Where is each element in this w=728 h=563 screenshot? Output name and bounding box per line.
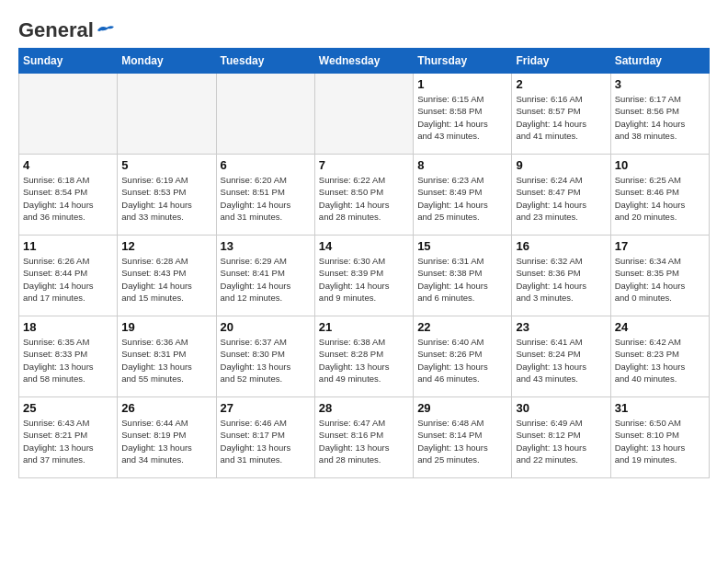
day-info: Sunrise: 6:47 AM Sunset: 8:16 PM Dayligh… bbox=[319, 417, 409, 465]
calendar-day: 22Sunrise: 6:40 AM Sunset: 8:26 PM Dayli… bbox=[414, 316, 512, 397]
calendar-day: 20Sunrise: 6:37 AM Sunset: 8:30 PM Dayli… bbox=[216, 316, 314, 397]
calendar-week-1: 1Sunrise: 6:15 AM Sunset: 8:58 PM Daylig… bbox=[19, 74, 710, 155]
day-info: Sunrise: 6:25 AM Sunset: 8:46 PM Dayligh… bbox=[615, 174, 705, 223]
day-number: 14 bbox=[319, 239, 409, 253]
day-number: 5 bbox=[121, 158, 211, 172]
day-number: 24 bbox=[615, 320, 705, 334]
day-info: Sunrise: 6:24 AM Sunset: 8:47 PM Dayligh… bbox=[516, 174, 606, 223]
day-number: 22 bbox=[417, 320, 507, 334]
calendar-day: 14Sunrise: 6:30 AM Sunset: 8:39 PM Dayli… bbox=[314, 236, 413, 316]
calendar-table: SundayMondayTuesdayWednesdayThursdayFrid… bbox=[18, 48, 710, 478]
day-number: 27 bbox=[221, 401, 311, 415]
calendar-day: 17Sunrise: 6:34 AM Sunset: 8:35 PM Dayli… bbox=[610, 236, 709, 316]
calendar-day: 3Sunrise: 6:17 AM Sunset: 8:56 PM Daylig… bbox=[610, 74, 709, 155]
calendar-day bbox=[216, 74, 314, 155]
day-info: Sunrise: 6:16 AM Sunset: 8:57 PM Dayligh… bbox=[516, 93, 606, 142]
calendar-day: 25Sunrise: 6:43 AM Sunset: 8:21 PM Dayli… bbox=[19, 397, 118, 478]
calendar-day: 1Sunrise: 6:15 AM Sunset: 8:58 PM Daylig… bbox=[414, 74, 512, 155]
day-number: 16 bbox=[516, 239, 606, 253]
day-info: Sunrise: 6:48 AM Sunset: 8:14 PM Dayligh… bbox=[417, 417, 507, 465]
header-row: SundayMondayTuesdayWednesdayThursdayFrid… bbox=[19, 49, 710, 74]
day-header-thursday: Thursday bbox=[414, 49, 512, 74]
day-number: 4 bbox=[23, 158, 113, 172]
day-number: 13 bbox=[221, 239, 311, 253]
calendar-day: 11Sunrise: 6:26 AM Sunset: 8:44 PM Dayli… bbox=[19, 236, 118, 316]
day-number: 25 bbox=[23, 401, 113, 415]
day-number: 6 bbox=[221, 158, 311, 172]
day-number: 17 bbox=[615, 239, 705, 253]
day-info: Sunrise: 6:42 AM Sunset: 8:23 PM Dayligh… bbox=[615, 336, 705, 385]
calendar-day: 18Sunrise: 6:35 AM Sunset: 8:33 PM Dayli… bbox=[19, 316, 118, 397]
day-info: Sunrise: 6:49 AM Sunset: 8:12 PM Dayligh… bbox=[516, 417, 606, 465]
logo-bird-icon bbox=[96, 23, 116, 38]
day-number: 31 bbox=[615, 401, 705, 415]
day-info: Sunrise: 6:37 AM Sunset: 8:30 PM Dayligh… bbox=[221, 336, 311, 385]
day-info: Sunrise: 6:40 AM Sunset: 8:26 PM Dayligh… bbox=[417, 336, 507, 385]
day-info: Sunrise: 6:18 AM Sunset: 8:54 PM Dayligh… bbox=[23, 174, 113, 223]
day-number: 1 bbox=[417, 77, 507, 91]
calendar-day: 9Sunrise: 6:24 AM Sunset: 8:47 PM Daylig… bbox=[512, 155, 610, 236]
calendar-week-2: 4Sunrise: 6:18 AM Sunset: 8:54 PM Daylig… bbox=[19, 155, 710, 236]
day-info: Sunrise: 6:17 AM Sunset: 8:56 PM Dayligh… bbox=[615, 93, 705, 142]
calendar-day: 16Sunrise: 6:32 AM Sunset: 8:36 PM Dayli… bbox=[512, 236, 610, 316]
header: General bbox=[18, 18, 710, 39]
day-info: Sunrise: 6:20 AM Sunset: 8:51 PM Dayligh… bbox=[221, 174, 311, 223]
day-info: Sunrise: 6:35 AM Sunset: 8:33 PM Dayligh… bbox=[23, 336, 113, 385]
calendar-week-4: 18Sunrise: 6:35 AM Sunset: 8:33 PM Dayli… bbox=[19, 316, 710, 397]
day-info: Sunrise: 6:23 AM Sunset: 8:49 PM Dayligh… bbox=[417, 174, 507, 223]
day-info: Sunrise: 6:29 AM Sunset: 8:41 PM Dayligh… bbox=[221, 255, 311, 304]
logo-general: General bbox=[18, 18, 94, 42]
day-header-saturday: Saturday bbox=[610, 49, 709, 74]
day-info: Sunrise: 6:38 AM Sunset: 8:28 PM Dayligh… bbox=[319, 336, 409, 385]
day-number: 9 bbox=[516, 158, 606, 172]
calendar-day: 28Sunrise: 6:47 AM Sunset: 8:16 PM Dayli… bbox=[314, 397, 413, 478]
calendar-day: 2Sunrise: 6:16 AM Sunset: 8:57 PM Daylig… bbox=[512, 74, 610, 155]
calendar-day: 6Sunrise: 6:20 AM Sunset: 8:51 PM Daylig… bbox=[216, 155, 314, 236]
day-number: 18 bbox=[23, 320, 113, 334]
day-info: Sunrise: 6:22 AM Sunset: 8:50 PM Dayligh… bbox=[319, 174, 409, 223]
day-info: Sunrise: 6:43 AM Sunset: 8:21 PM Dayligh… bbox=[23, 417, 113, 465]
calendar-day: 24Sunrise: 6:42 AM Sunset: 8:23 PM Dayli… bbox=[610, 316, 709, 397]
calendar-day: 15Sunrise: 6:31 AM Sunset: 8:38 PM Dayli… bbox=[414, 236, 512, 316]
day-info: Sunrise: 6:26 AM Sunset: 8:44 PM Dayligh… bbox=[23, 255, 113, 304]
day-number: 19 bbox=[121, 320, 211, 334]
calendar-day bbox=[19, 74, 118, 155]
day-number: 15 bbox=[417, 239, 507, 253]
calendar-week-3: 11Sunrise: 6:26 AM Sunset: 8:44 PM Dayli… bbox=[19, 236, 710, 316]
day-info: Sunrise: 6:19 AM Sunset: 8:53 PM Dayligh… bbox=[121, 174, 211, 223]
day-number: 20 bbox=[221, 320, 311, 334]
calendar-day: 21Sunrise: 6:38 AM Sunset: 8:28 PM Dayli… bbox=[314, 316, 413, 397]
day-number: 12 bbox=[121, 239, 211, 253]
calendar-day bbox=[118, 74, 216, 155]
day-number: 29 bbox=[417, 401, 507, 415]
calendar-day: 19Sunrise: 6:36 AM Sunset: 8:31 PM Dayli… bbox=[118, 316, 216, 397]
day-info: Sunrise: 6:46 AM Sunset: 8:17 PM Dayligh… bbox=[221, 417, 311, 465]
calendar-day: 7Sunrise: 6:22 AM Sunset: 8:50 PM Daylig… bbox=[314, 155, 413, 236]
day-info: Sunrise: 6:44 AM Sunset: 8:19 PM Dayligh… bbox=[121, 417, 211, 465]
day-header-tuesday: Tuesday bbox=[216, 49, 314, 74]
calendar-day: 27Sunrise: 6:46 AM Sunset: 8:17 PM Dayli… bbox=[216, 397, 314, 478]
day-number: 28 bbox=[319, 401, 409, 415]
day-info: Sunrise: 6:34 AM Sunset: 8:35 PM Dayligh… bbox=[615, 255, 705, 304]
calendar-day: 30Sunrise: 6:49 AM Sunset: 8:12 PM Dayli… bbox=[512, 397, 610, 478]
calendar-day: 12Sunrise: 6:28 AM Sunset: 8:43 PM Dayli… bbox=[118, 236, 216, 316]
day-number: 2 bbox=[516, 77, 606, 91]
calendar-day: 5Sunrise: 6:19 AM Sunset: 8:53 PM Daylig… bbox=[118, 155, 216, 236]
calendar-day: 29Sunrise: 6:48 AM Sunset: 8:14 PM Dayli… bbox=[414, 397, 512, 478]
day-info: Sunrise: 6:15 AM Sunset: 8:58 PM Dayligh… bbox=[417, 93, 507, 142]
day-number: 21 bbox=[319, 320, 409, 334]
day-header-sunday: Sunday bbox=[19, 49, 118, 74]
calendar-day: 26Sunrise: 6:44 AM Sunset: 8:19 PM Dayli… bbox=[118, 397, 216, 478]
calendar-day: 4Sunrise: 6:18 AM Sunset: 8:54 PM Daylig… bbox=[19, 155, 118, 236]
day-number: 3 bbox=[615, 77, 705, 91]
calendar-week-5: 25Sunrise: 6:43 AM Sunset: 8:21 PM Dayli… bbox=[19, 397, 710, 478]
calendar-day: 31Sunrise: 6:50 AM Sunset: 8:10 PM Dayli… bbox=[610, 397, 709, 478]
calendar-day: 10Sunrise: 6:25 AM Sunset: 8:46 PM Dayli… bbox=[610, 155, 709, 236]
day-info: Sunrise: 6:36 AM Sunset: 8:31 PM Dayligh… bbox=[121, 336, 211, 385]
day-info: Sunrise: 6:32 AM Sunset: 8:36 PM Dayligh… bbox=[516, 255, 606, 304]
calendar-day: 8Sunrise: 6:23 AM Sunset: 8:49 PM Daylig… bbox=[414, 155, 512, 236]
day-header-monday: Monday bbox=[118, 49, 216, 74]
day-info: Sunrise: 6:30 AM Sunset: 8:39 PM Dayligh… bbox=[319, 255, 409, 304]
day-header-wednesday: Wednesday bbox=[314, 49, 413, 74]
day-number: 26 bbox=[121, 401, 211, 415]
